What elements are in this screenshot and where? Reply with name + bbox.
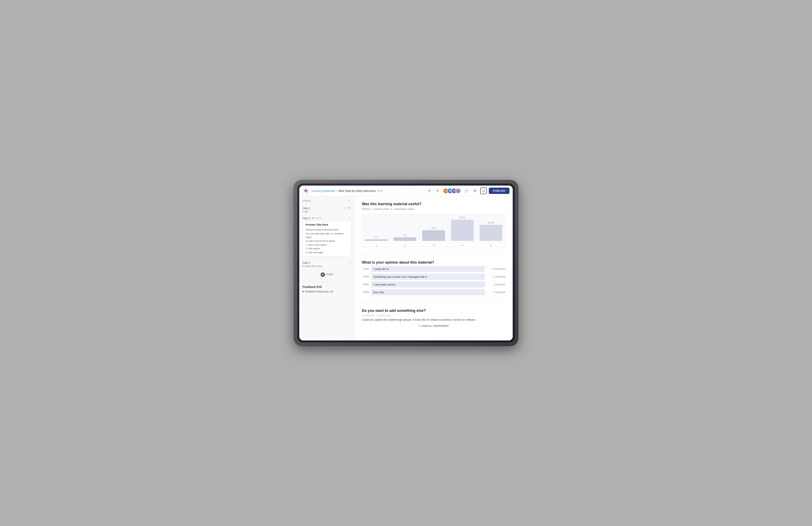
chevron-down-icon: ∨ [419, 325, 421, 327]
option-text-1: I really like it! [373, 267, 389, 271]
q1-question: Was this learning material useful? [362, 202, 505, 206]
q2-options: 100% I really like it! 6 responses 100% [362, 266, 505, 295]
drag-handle-step1[interactable]: ⠿ [345, 206, 347, 210]
steps-label: STEPS [303, 200, 311, 202]
history-button[interactable]: 🕐 [463, 188, 469, 194]
bar-col-1: 3% [362, 214, 391, 241]
bar-label-5: 5 [477, 243, 505, 247]
drag-handle-step3[interactable]: ⠿ [349, 261, 351, 264]
option-bar-3: I saw better before [371, 281, 485, 288]
bar-label-3: 3 [419, 243, 448, 247]
no-link-icon [311, 217, 314, 219]
doc-name: Best Step-by-Step Instruction [338, 189, 376, 192]
feedback-responses-count: (0) [330, 290, 333, 293]
open-answer-text: Could you update this walkthrough please… [362, 318, 505, 322]
bar-col-3: 20% [419, 214, 448, 241]
view-all-label: VIEW ALL RESPONSES [422, 325, 449, 327]
add-step-label: STEP [326, 273, 333, 276]
bar-label-4: 4 [448, 243, 477, 247]
step1-subtitle: Login [303, 210, 351, 213]
step2-tag: No link [311, 217, 322, 219]
q3-question: Do you want to add something else? [362, 309, 505, 313]
q2-question: What is your opinion about this material… [362, 260, 505, 265]
option-text-4: Don't like [373, 291, 384, 294]
option-pct-3: 100% [362, 283, 369, 286]
step3-subtitle: Provide Title Here [303, 265, 351, 268]
feedback-responses-item[interactable]: Feedback Responses (0) [303, 290, 351, 293]
feedback-responses-label: Feedback Responses [305, 290, 329, 293]
preview-button[interactable]: ◎ [480, 188, 487, 194]
step2-title: Provide Title Here [306, 223, 348, 226]
bar-pct-3: 20% [431, 227, 436, 230]
option-pct-2: 100% [362, 275, 369, 278]
content-area: Was this learning material useful? Where… [354, 196, 513, 340]
settings-button[interactable]: ⚙ [472, 188, 478, 194]
bar-fill-1 [365, 239, 388, 241]
step2-content: Provide Title Here Please Provide Instru… [303, 221, 351, 257]
sidebar-item-step3[interactable]: Step 3 ⠿ Provide Title Here [299, 260, 354, 269]
option-bar-1: I really like it! [371, 266, 485, 272]
option-row-1: 100% I really like it! 6 responses [362, 266, 505, 272]
step1-label: Step 1 [303, 207, 310, 210]
sidebar: STEPS ← Step 1 ⠿ 🗑 [299, 196, 354, 340]
option-pct-4: 100% [362, 291, 369, 294]
add-step-icon: + [321, 273, 325, 277]
q1-subtitle: Where 1 - wasting time, 5 - extremely us… [362, 207, 505, 210]
avatar-add[interactable]: + [455, 188, 461, 194]
bar-col-5: 30.5% [477, 214, 505, 241]
option-responses-4: 1 response [487, 291, 505, 294]
divider-2 [362, 303, 505, 303]
option-row-4: 100% Don't like 1 response [362, 289, 505, 295]
step3-label: Step 3 [303, 261, 310, 264]
option-row-3: 100% I saw better before 1 response [362, 281, 505, 288]
q1-bar-chart: 3% 7% 20% [362, 214, 505, 247]
q2-section: What is your opinion about this material… [362, 260, 505, 295]
view-all-responses-button[interactable]: ∨ VIEW ALL RESPONSES [362, 325, 505, 327]
sidebar-item-step1[interactable]: Step 1 ⠿ 🗑 Login [299, 205, 354, 215]
q1-section: Was this learning material useful? Where… [362, 202, 505, 247]
sidebar-steps-header: STEPS ← [299, 196, 354, 205]
option-text-2: Something was unclear, but I managed wit… [373, 275, 427, 278]
option-responses-1: 6 responses [487, 267, 505, 271]
app-logo: 📚 [303, 188, 309, 194]
feedback-poll-title: Feedback Poll [303, 285, 351, 289]
q3-section: Do you want to add something else? Last … [362, 309, 505, 327]
bar-label-1: 1 [362, 243, 391, 247]
drag-handle-step2[interactable]: ⠿ [349, 216, 351, 220]
bar-fill-4 [451, 220, 474, 241]
bar-col-4: 40.5% [448, 214, 477, 241]
option-fill-4 [371, 289, 485, 295]
undo-button[interactable]: ↺ [426, 188, 432, 194]
breadcrumb-separator: • [336, 189, 337, 192]
bar-label-2: 2 [391, 243, 419, 247]
bar-fill-3 [422, 230, 445, 241]
sidebar-divider [303, 281, 351, 282]
option-responses-2: 1 response [487, 275, 505, 278]
app-name: Learning Materials [311, 189, 335, 192]
step2-label: Step 2 [303, 217, 310, 220]
option-row-2: 100% Something was unclear, but I manage… [362, 274, 505, 280]
bar-fill-2 [393, 237, 416, 241]
option-pct-1: 100% [362, 267, 369, 271]
bar-pct-2: 7% [403, 234, 407, 236]
bar-pct-5: 30.5% [488, 221, 494, 224]
collaborators-avatars: A B C + [443, 188, 461, 194]
step2-body: Please Provide Instruction here. You can… [306, 228, 348, 254]
bar-pct-1: 3% [375, 236, 378, 238]
status-badge: Draft [377, 189, 382, 192]
breadcrumb: Learning Materials • Best Step-by-Step I… [311, 189, 382, 192]
delete-step1-button[interactable]: 🗑 [348, 206, 351, 210]
redo-button[interactable]: ↻ [434, 188, 441, 194]
publish-button[interactable]: PUBLISH [489, 188, 509, 194]
bar-col-2: 7% [391, 214, 419, 241]
header-actions: ↺ ↻ A B C + 🕐 ⚙ ◎ PUBLISH [426, 188, 509, 194]
option-responses-3: 1 response [487, 283, 505, 286]
bar-labels: 1 2 3 4 5 [362, 243, 505, 247]
bar-fill-5 [480, 225, 502, 241]
add-step-button[interactable]: + STEP [299, 269, 354, 280]
option-text-3: I saw better before [373, 283, 395, 286]
app-header: 📚 Learning Materials • Best Step-by-Step… [299, 186, 513, 196]
sidebar-item-step2[interactable]: Step 2 No link ⠿ [299, 215, 354, 260]
sidebar-back-button[interactable]: ← [348, 199, 351, 203]
last-answer-label: Last Answer – 3 minutes ago [362, 314, 505, 317]
